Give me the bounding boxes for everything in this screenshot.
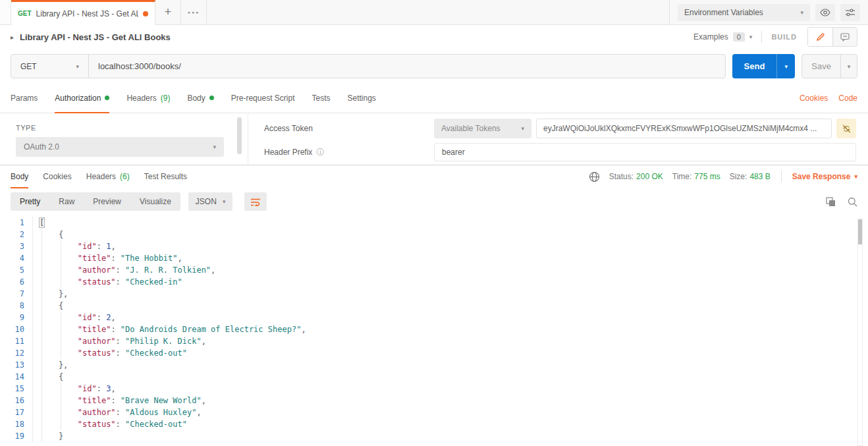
status-label: Status: xyxy=(609,172,634,181)
environment-quick-look-button[interactable] xyxy=(815,4,835,21)
tabbar-spacer xyxy=(207,0,669,24)
indent-guide xyxy=(41,371,42,383)
new-tab-button[interactable]: + xyxy=(155,0,181,24)
indent-guide xyxy=(41,430,42,442)
chevron-down-icon: ▾ xyxy=(223,198,226,205)
ellipsis-icon: ●●● xyxy=(188,10,200,14)
auth-panel-scrollbar[interactable] xyxy=(237,117,242,154)
view-preview-tab[interactable]: Preview xyxy=(84,192,130,211)
tab-settings[interactable]: Settings xyxy=(348,84,376,113)
tab-options-button[interactable]: ●●● xyxy=(181,0,207,24)
send-button[interactable]: Send xyxy=(732,54,777,78)
response-tab-headers[interactable]: Headers (6) xyxy=(86,165,130,188)
indent-guide xyxy=(61,347,61,359)
tab-headers[interactable]: Headers (9) xyxy=(126,84,170,113)
code-line: 4 "title": "The Hobbit", xyxy=(0,252,868,264)
code-line-content: "id": 2, xyxy=(33,312,868,323)
size-value: 483 B xyxy=(749,172,770,181)
tab-authorization[interactable]: Authorization xyxy=(55,84,109,113)
network-globe-icon[interactable] xyxy=(589,171,600,182)
cookies-link[interactable]: Cookies xyxy=(800,94,828,103)
indent-guide xyxy=(41,323,42,335)
auth-type-value: OAuth 2.0 xyxy=(24,142,59,152)
format-selector[interactable]: JSON ▾ xyxy=(188,192,233,211)
line-number: 5 xyxy=(0,264,33,276)
method-selector[interactable]: GET ▾ xyxy=(11,55,89,78)
response-tab-body[interactable]: Body xyxy=(11,165,28,188)
code-line: 7 }, xyxy=(0,288,868,300)
tab-params[interactable]: Params xyxy=(11,84,38,113)
examples-label: Examples xyxy=(693,32,728,42)
url-input[interactable]: localhost:3000/books/ xyxy=(89,55,725,78)
wrap-lines-button[interactable] xyxy=(244,192,267,211)
time-value: 775 ms xyxy=(694,172,720,181)
environment-settings-button[interactable] xyxy=(840,4,860,21)
unsaved-changes-dot xyxy=(143,11,148,16)
indent-guide xyxy=(61,276,61,288)
token-sync-disabled-button[interactable] xyxy=(836,119,856,138)
send-options-caret[interactable]: ▾ xyxy=(776,54,795,78)
collapse-caret-icon[interactable]: ▸ xyxy=(11,34,14,41)
indent-guide xyxy=(61,252,61,264)
tab-prerequest-script[interactable]: Pre-request Script xyxy=(231,84,295,113)
response-tab-test-results[interactable]: Test Results xyxy=(144,165,187,188)
response-body-viewer[interactable]: 1[2 {3 "id": 1,4 "title": "The Hobbit",5… xyxy=(0,214,868,446)
header-prefix-input[interactable]: bearer xyxy=(434,143,856,161)
code-line: 18 "status": "Checked-out" xyxy=(0,418,868,430)
send-split-button: Send ▾ xyxy=(732,54,796,78)
comment-button[interactable] xyxy=(832,28,857,46)
access-token-row: Access Token Available Tokens ▾ eyJraWQi… xyxy=(264,117,856,140)
line-number: 15 xyxy=(0,383,33,395)
copy-response-button[interactable] xyxy=(826,197,836,207)
format-label: JSON xyxy=(196,197,217,206)
save-response-dropdown[interactable]: Save Response ▾ xyxy=(792,172,857,181)
response-toolbar-right xyxy=(826,197,857,207)
code-line-content: "author": "J. R. R. Tolkien", xyxy=(33,264,868,276)
auth-type-panel: TYPE OAuth 2.0 ▾ xyxy=(0,113,248,165)
status-value: 200 OK xyxy=(636,172,663,181)
edit-request-button[interactable] xyxy=(808,28,832,46)
environment-selector[interactable]: Environment Variables ▾ xyxy=(678,4,810,21)
tab-params-label: Params xyxy=(11,94,38,103)
request-tab[interactable]: GET Library API - Nest JS - Get ALl Bo..… xyxy=(11,0,155,25)
examples-dropdown[interactable]: Examples 0 ▾ xyxy=(693,32,752,42)
code-link[interactable]: Code xyxy=(838,94,857,103)
indent-guide xyxy=(61,383,61,395)
header-prefix-row: Header Prefix ⓘ bearer xyxy=(264,141,856,163)
response-tab-cookies[interactable]: Cookies xyxy=(43,165,71,188)
chevron-down-icon: ▾ xyxy=(854,173,857,180)
view-pretty-tab[interactable]: Pretty xyxy=(11,192,49,211)
tab-title: Library API - Nest JS - Get ALl Bo... xyxy=(36,9,138,18)
access-token-input[interactable]: eyJraWQiOiJoUklXQkxmcFVYRExKSmxwWFp1OGls… xyxy=(536,119,832,138)
tab-tests[interactable]: Tests xyxy=(312,84,330,113)
line-number: 8 xyxy=(0,300,33,312)
save-options-caret[interactable]: ▾ xyxy=(840,55,857,78)
save-button[interactable]: Save xyxy=(802,55,840,78)
code-line: 19 } xyxy=(0,430,868,442)
code-line: 10 "title": "Do Androids Dream of Electr… xyxy=(0,323,868,335)
code-line: 14 { xyxy=(0,371,868,383)
search-response-button[interactable] xyxy=(848,197,857,207)
access-token-controls: Available Tokens ▾ eyJraWQiOiJoUklXQkxmc… xyxy=(434,119,856,138)
indent-guide xyxy=(41,395,42,406)
method-label: GET xyxy=(20,62,37,71)
available-tokens-dropdown[interactable]: Available Tokens ▾ xyxy=(434,119,531,138)
info-icon[interactable]: ⓘ xyxy=(316,147,324,158)
header-prefix-controls: bearer xyxy=(434,143,856,161)
chevron-down-icon: ▾ xyxy=(521,125,524,132)
auth-type-selector[interactable]: OAuth 2.0 ▾ xyxy=(16,137,224,157)
view-visualize-tab[interactable]: Visualize xyxy=(130,192,180,211)
tab-body[interactable]: Body xyxy=(187,84,213,113)
indent-guide xyxy=(41,229,42,240)
comment-icon xyxy=(840,33,850,42)
code-line: 1[ xyxy=(0,217,868,229)
code-line-content: { xyxy=(33,300,868,312)
view-raw-tab[interactable]: Raw xyxy=(49,192,84,211)
header-prefix-label: Header Prefix ⓘ xyxy=(264,147,434,158)
edit-comment-group xyxy=(807,27,857,47)
view-mode-group: Pretty Raw Preview Visualize xyxy=(11,192,180,211)
chevron-down-icon: ▾ xyxy=(749,34,753,40)
line-number: 12 xyxy=(0,347,33,359)
save-response-label: Save Response xyxy=(792,172,851,181)
response-scrollbar-thumb[interactable] xyxy=(858,219,862,244)
